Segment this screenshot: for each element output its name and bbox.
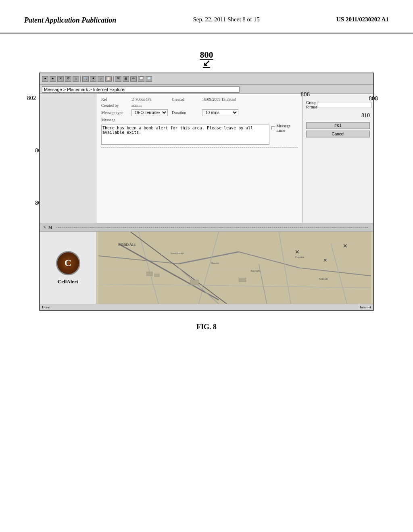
button-row: #&1 Cancel [306, 122, 370, 137]
group-format-label: Group format [306, 100, 317, 109]
ref-row: Ref D 70665478 Created 16/09/2009 15:39:… [101, 97, 298, 102]
duration-label: Duration [172, 110, 202, 115]
browser-toolbar[interactable]: ◄ ► ✕ ↺ ⌂ 🔍 ★ ♪ 📋 ✉ 🖨 ✏ 💬 📨 [40, 73, 373, 85]
favorites-icon[interactable]: ★ [90, 76, 96, 82]
created-label: Created [172, 97, 202, 102]
back-icon[interactable]: ◄ [42, 76, 48, 82]
screenshot-container: 802 804 801 ◄ ► ✕ ↺ ⌂ 🔍 ★ ♪ 📋 ✉ 🖨 [39, 73, 374, 311]
svg-rect-28 [239, 278, 246, 282]
message-textarea[interactable]: There has been a bomb alert for this are… [101, 125, 269, 145]
divider-line [101, 147, 298, 148]
refresh-icon[interactable]: ↺ [65, 76, 71, 82]
figure-number-top: 800 ↙ [24, 50, 389, 69]
mail-icon[interactable]: ✉ [115, 76, 121, 82]
created-by-label: Created by [101, 103, 131, 108]
zone-text: Internet [360, 305, 371, 309]
publication-label: Patent Application Publication [24, 16, 116, 25]
discuss-icon[interactable]: 💬 [138, 76, 144, 82]
map-svg: FORD A14 Interchange District Eastside C… [96, 232, 373, 304]
message-name-checkbox: Message name [271, 124, 298, 133]
label-802: 802 [27, 95, 36, 102]
figure-arrow: ↙ [24, 58, 389, 69]
ref-label: Ref [101, 97, 131, 102]
cellaert-text: CellAlert [58, 278, 78, 285]
created-by-row: Created by admin [101, 103, 298, 108]
home-icon[interactable]: ⌂ [73, 76, 79, 82]
cellaert-logo [56, 251, 80, 275]
svg-rect-25 [146, 272, 152, 276]
left-nav [40, 94, 96, 223]
scroll-left-btn[interactable]: < [43, 224, 46, 231]
cellaert-panel: CellAlert [40, 232, 96, 304]
page-header: Patent Application Publication Sep. 22, … [0, 0, 413, 33]
group-format-row: Group format [306, 100, 370, 109]
svg-text:✕: ✕ [343, 243, 348, 249]
map-section: CellAlert [40, 231, 373, 304]
address-input[interactable] [42, 86, 240, 93]
message-type-select[interactable]: OEO Terrortek [131, 109, 168, 116]
label-806-inline: 806 [301, 91, 310, 98]
nav-label: M [48, 225, 52, 230]
created-value: 16/09/2009 15:39:53 [202, 97, 236, 102]
message-name-area: Message name [271, 124, 298, 133]
forward-icon[interactable]: ► [50, 76, 56, 82]
message-label-row: Message [101, 118, 298, 122]
cancel-button[interactable]: Cancel [306, 131, 370, 137]
search-icon[interactable]: 🔍 [82, 76, 89, 82]
message-textarea-row: There has been a bomb alert for this are… [101, 124, 298, 145]
message-name-label: Message name [276, 124, 298, 133]
media-icon[interactable]: ♪ [98, 76, 104, 82]
status-bar: Done Internet [40, 304, 373, 310]
edit-icon[interactable]: ✏ [130, 76, 137, 82]
svg-text:Interchange: Interchange [171, 251, 184, 255]
svg-text:FORD A14: FORD A14 [119, 243, 136, 247]
sheet-info: Sep. 22, 2011 Sheet 8 of 15 [193, 16, 260, 23]
svg-rect-27 [191, 280, 199, 285]
nav-divider [56, 227, 368, 228]
print-icon[interactable]: 🖨 [123, 76, 129, 82]
patent-number: US 2011/0230202 A1 [336, 16, 389, 23]
svg-text:Eastside: Eastside [251, 269, 260, 272]
svg-text:District: District [211, 262, 219, 265]
address-bar [40, 85, 373, 94]
svg-text:✕: ✕ [323, 258, 327, 263]
message-type-label: Message type [101, 110, 131, 115]
form-area: 806 Ref D 70665478 Created 16/09/2009 15… [96, 94, 302, 223]
main-content: 800 ↙ 802 804 801 ◄ ► ✕ ↺ ⌂ 🔍 ★ ♪ 📋 [0, 33, 413, 347]
stop-icon[interactable]: ✕ [57, 76, 64, 82]
content-panel: 806 Ref D 70665478 Created 16/09/2009 15… [40, 94, 373, 223]
checkbox-icon[interactable] [271, 126, 275, 130]
ref-value: D 70665478 [131, 97, 164, 102]
bottom-nav: < M [40, 223, 373, 231]
svg-rect-26 [154, 274, 159, 277]
history-icon[interactable]: 📋 [105, 76, 112, 82]
label-810: 810 [306, 112, 370, 119]
label-808: 808 [369, 95, 378, 102]
browser-window: ◄ ► ✕ ↺ ⌂ 🔍 ★ ♪ 📋 ✉ 🖨 ✏ 💬 📨 [39, 73, 374, 311]
group-format-input[interactable] [317, 102, 371, 108]
duration-select[interactable]: 10 mins [202, 109, 238, 116]
svg-text:Malside: Malside [319, 277, 328, 281]
right-panel: 808 Group format 810 #&1 Cancel [302, 94, 373, 223]
messenger-icon[interactable]: 📨 [146, 76, 152, 82]
status-text: Done [42, 305, 50, 309]
svg-text:✕: ✕ [295, 249, 300, 255]
svg-text:Coppice: Coppice [295, 256, 304, 259]
message-field-label: Message [101, 118, 131, 122]
created-by-value: admin [131, 103, 164, 108]
ok-button[interactable]: #&1 [306, 122, 370, 129]
map-display: FORD A14 Interchange District Eastside C… [96, 232, 373, 304]
figure-caption: FIG. 8 [24, 323, 389, 331]
message-type-row: Message type OEO Terrortek Duration 10 m… [101, 109, 298, 116]
